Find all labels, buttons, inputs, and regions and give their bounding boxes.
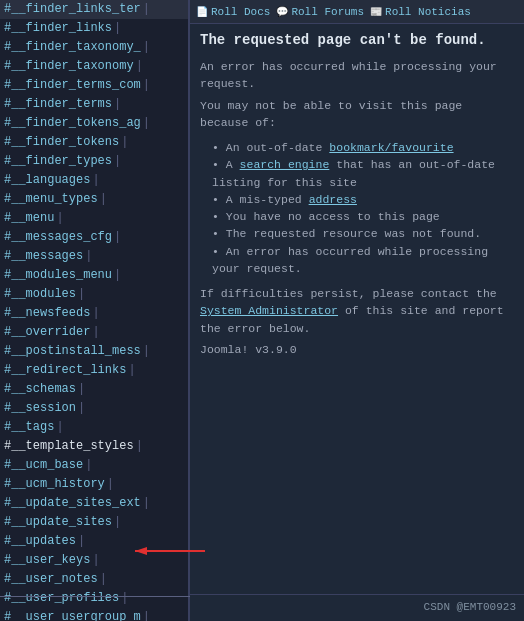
item-label-ucm_history: #__ucm_history [4, 475, 105, 494]
left-panel: #__finder_links_ter |#__finder_links |#_… [0, 0, 190, 621]
pipe-languages: | [92, 171, 99, 190]
item-label-schemas: #__schemas [4, 380, 76, 399]
noticias-icon: 📰 [370, 6, 382, 18]
pipe-user_notes: | [100, 570, 107, 589]
pipe-ucm_base: | [85, 456, 92, 475]
list-item-finder_types[interactable]: #__finder_types | [0, 152, 188, 171]
forums-icon: 💬 [276, 6, 288, 18]
item-label-ucm_base: #__ucm_base [4, 456, 83, 475]
pipe-user_usergroup_m: | [143, 608, 150, 621]
item-label-postinstall_mess: #__postinstall_mess [4, 342, 141, 361]
item-label-updates: #__updates [4, 532, 76, 551]
item-label-finder_links: #__finder_links [4, 19, 112, 38]
pipe-finder_types: | [114, 152, 121, 171]
list-item-finder_links_ter[interactable]: #__finder_links_ter | [0, 0, 188, 19]
pipe-redirect_links: | [128, 361, 135, 380]
list-item-messages[interactable]: #__messages | [0, 247, 188, 266]
bottom-separator [190, 594, 524, 595]
list-item-menu[interactable]: #__menu | [0, 209, 188, 228]
error-item-6: • An error has occurred while processing… [212, 243, 514, 278]
list-item-modules_menu[interactable]: #__modules_menu | [0, 266, 188, 285]
item-label-redirect_links: #__redirect_links [4, 361, 126, 380]
roll-noticias-label: Roll Noticias [385, 6, 471, 18]
list-item-finder_links[interactable]: #__finder_links | [0, 19, 188, 38]
error-version: Joomla! v3.9.0 [200, 341, 514, 358]
list-item-ucm_history[interactable]: #__ucm_history | [0, 475, 188, 494]
item-label-menu_types: #__menu_types [4, 190, 98, 209]
item-label-template_styles: #__template_styles [4, 437, 134, 456]
list-item-postinstall_mess[interactable]: #__postinstall_mess | [0, 342, 188, 361]
item-label-tags: #__tags [4, 418, 54, 437]
item-label-finder_taxonomy: #__finder_taxonomy [4, 57, 134, 76]
list-item-languages[interactable]: #__languages | [0, 171, 188, 190]
pipe-finder_taxonomy: | [136, 57, 143, 76]
error-section-1-sub: You may not be able to visit this page b… [200, 97, 514, 132]
list-item-modules[interactable]: #__modules | [0, 285, 188, 304]
list-item-finder_terms_com[interactable]: #__finder_terms_com | [0, 76, 188, 95]
item-label-finder_terms: #__finder_terms [4, 95, 112, 114]
item-label-menu: #__menu [4, 209, 54, 228]
list-item-user_usergroup_m[interactable]: #__user_usergroup_m | [0, 608, 188, 621]
list-item-tags[interactable]: #__tags | [0, 418, 188, 437]
pipe-overrider: | [92, 323, 99, 342]
pipe-finder_taxonomy_: | [143, 38, 150, 57]
item-label-update_sites: #__update_sites [4, 513, 112, 532]
roll-forums-label: Roll Forums [291, 6, 364, 18]
list-item-update_sites_ext[interactable]: #__update_sites_ext | [0, 494, 188, 513]
roll-noticias-link[interactable]: 📰 Roll Noticias [370, 6, 471, 18]
list-item-update_sites[interactable]: #__update_sites | [0, 513, 188, 532]
list-item-user_notes[interactable]: #__user_notes | [0, 570, 188, 589]
pipe-messages_cfg: | [114, 228, 121, 247]
pipe-update_sites_ext: | [143, 494, 150, 513]
error-content: The requested page can't be found. An er… [190, 24, 524, 374]
list-item-finder_tokens_ag[interactable]: #__finder_tokens_ag | [0, 114, 188, 133]
item-label-finder_types: #__finder_types [4, 152, 112, 171]
red-arrow-indicator [130, 541, 210, 565]
list-item-session[interactable]: #__session | [0, 399, 188, 418]
pipe-finder_terms_com: | [143, 76, 150, 95]
list-item-finder_taxonomy[interactable]: #__finder_taxonomy | [0, 57, 188, 76]
pipe-update_sites: | [114, 513, 121, 532]
pipe-finder_tokens: | [121, 133, 128, 152]
list-item-menu_types[interactable]: #__menu_types | [0, 190, 188, 209]
top-bar: 📄 Roll Docs 💬 Roll Forums 📰 Roll Noticia… [190, 0, 524, 24]
list-item-finder_tokens[interactable]: #__finder_tokens | [0, 133, 188, 152]
pipe-newsfeeds: | [92, 304, 99, 323]
list-item-messages_cfg[interactable]: #__messages_cfg | [0, 228, 188, 247]
list-item-user_profiles[interactable]: #__user_profiles | [0, 589, 188, 608]
list-item-overrider[interactable]: #__overrider | [0, 323, 188, 342]
item-label-messages: #__messages [4, 247, 83, 266]
pipe-ucm_history: | [107, 475, 114, 494]
roll-forums-link[interactable]: 💬 Roll Forums [276, 6, 364, 18]
pipe-tags: | [56, 418, 63, 437]
item-label-modules_menu: #__modules_menu [4, 266, 112, 285]
pipe-finder_terms: | [114, 95, 121, 114]
pipe-template_styles: | [136, 437, 143, 456]
list-item-ucm_base[interactable]: #__ucm_base | [0, 456, 188, 475]
error-list: • An out-of-date bookmark/favourite • A … [212, 139, 514, 277]
pipe-updates: | [78, 532, 85, 551]
list-item-newsfeeds[interactable]: #__newsfeeds | [0, 304, 188, 323]
item-label-user_keys: #__user_keys [4, 551, 90, 570]
list-item-finder_taxonomy_[interactable]: #__finder_taxonomy_ | [0, 38, 188, 57]
list-item-schemas[interactable]: #__schemas | [0, 380, 188, 399]
item-label-user_profiles: #__user_profiles [4, 589, 119, 608]
roll-docs-link[interactable]: 📄 Roll Docs [196, 6, 270, 18]
error-title: The requested page can't be found. [200, 32, 514, 48]
pipe-finder_links_ter: | [143, 0, 150, 19]
main-container: #__finder_links_ter |#__finder_links |#_… [0, 0, 524, 621]
list-item-template_styles[interactable]: #__template_styles | [0, 437, 188, 456]
error-footer: If difficulties persist, please contact … [200, 285, 514, 358]
item-label-finder_terms_com: #__finder_terms_com [4, 76, 141, 95]
list-item-finder_terms[interactable]: #__finder_terms | [0, 95, 188, 114]
error-section-1-title: An error has occurred while processing y… [200, 58, 514, 93]
pipe-finder_links: | [114, 19, 121, 38]
item-label-user_usergroup_m: #__user_usergroup_m [4, 608, 141, 621]
list-item-redirect_links[interactable]: #__redirect_links | [0, 361, 188, 380]
item-label-finder_tokens: #__finder_tokens [4, 133, 119, 152]
docs-icon: 📄 [196, 6, 208, 18]
error-item-5: • The requested resource was not found. [212, 225, 514, 242]
error-item-3: • A mis-typed address [212, 191, 514, 208]
right-panel: 📄 Roll Docs 💬 Roll Forums 📰 Roll Noticia… [190, 0, 524, 621]
error-item-4: • You have no access to this page [212, 208, 514, 225]
